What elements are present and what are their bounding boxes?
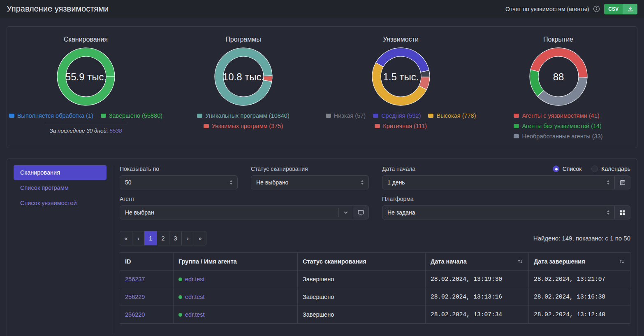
legend-swatch (197, 114, 202, 118)
info-icon[interactable] (593, 5, 600, 12)
start-date-select[interactable]: 1 день (382, 175, 615, 189)
sort-icon (619, 258, 625, 265)
legend-item[interactable]: Выполняется обработка (1) (9, 111, 93, 120)
cell-status: Завершено (298, 271, 426, 288)
legend-item[interactable]: Критичная (111) (375, 121, 427, 131)
legend-item[interactable]: Необработанные агенты (33) (514, 132, 602, 141)
cell-date-end: 28.02.2024, 13:16:38 (529, 288, 630, 306)
page-button[interactable]: 1 (144, 231, 157, 245)
chart-card: Сканирования55.9 тыс.Выполняется обработ… (7, 35, 164, 148)
filter-page-size: Показывать по 50 (120, 165, 238, 189)
legend-item[interactable]: Агенты без уязвимостей (14) (514, 121, 602, 131)
chart-center-value: 88 (553, 71, 564, 82)
sidebar-item[interactable]: Список уязвимостей (14, 196, 107, 210)
cell-date-end: 28.02.2024, 13:21:07 (529, 271, 630, 288)
cell-date-start: 28.02.2024, 13:13:16 (426, 288, 529, 306)
chart-legend: Уникальных программ (10840)Уязвимых прог… (197, 111, 289, 131)
csv-badge[interactable]: CSV (604, 4, 623, 14)
page-size-select[interactable]: 50 (120, 175, 238, 189)
donut-svg: 1.5 тыс. (371, 47, 431, 107)
legend-label: Уязвимых программ (375) (212, 121, 283, 131)
page-size-label: Показывать по (120, 166, 159, 172)
sidebar: СканированияСписок программСписок уязвим… (14, 165, 107, 334)
agent-link[interactable]: edr.test (185, 294, 205, 300)
results-summary: Найдено: 149, показано: с 1 по 50 (533, 235, 630, 242)
scan-status-select[interactable]: Не выбрано (251, 175, 369, 189)
chart-footnote-link[interactable]: 5538 (110, 128, 122, 134)
table-row: 256220edr.testЗавершено28.02.2024, 13:07… (120, 306, 630, 324)
start-date-label: Дата начала (382, 166, 415, 172)
legend-swatch (373, 114, 378, 118)
cell-date-end: 28.02.2024, 13:12:40 (529, 306, 630, 324)
legend-swatch (101, 114, 106, 118)
legend-item[interactable]: Завершено (55880) (101, 111, 162, 120)
page-button[interactable]: 3 (169, 231, 182, 245)
cell-status: Завершено (298, 288, 426, 306)
page-button[interactable]: « (120, 231, 132, 245)
monitor-icon (357, 209, 364, 216)
agent-combobox[interactable]: Не выбран (120, 205, 353, 219)
table-column-header: ID (120, 253, 174, 271)
legend-item[interactable]: Уязвимых программ (375) (204, 121, 283, 131)
chart-legend: Выполняется обработка (1)Завершено (5588… (9, 111, 162, 120)
agent-label: Агент (120, 196, 134, 202)
platform-select[interactable]: Не задана (382, 205, 615, 219)
cell-agent: edr.test (174, 306, 298, 324)
scan-id-link[interactable]: 256229 (125, 294, 145, 300)
chart-center-value: 1.5 тыс. (383, 71, 419, 82)
report-label: Отчет по уязвимостям (агенты) (505, 6, 589, 12)
filter-start-date: Дата начала Список Календарь (382, 165, 630, 189)
page-button[interactable]: › (181, 231, 194, 245)
cell-agent: edr.test (174, 288, 298, 306)
agent-browse-button[interactable] (353, 205, 369, 219)
sidebar-item[interactable]: Список программ (14, 180, 107, 195)
table-column-header[interactable]: Дата завершения (529, 253, 630, 271)
chart-title: Покрытие (543, 35, 573, 44)
page-button[interactable]: 2 (157, 231, 169, 245)
chart-footnote: За последние 30 дней: 5538 (49, 128, 122, 134)
chevron-down-icon[interactable] (339, 210, 353, 215)
table-column-header: Статус сканирования (298, 253, 426, 271)
legend-label: Необработанные агенты (33) (522, 132, 602, 141)
radio-calendar[interactable] (591, 166, 598, 172)
legend-label: Низкая (57) (334, 111, 366, 120)
agent-status-dot (178, 313, 182, 317)
radio-list[interactable] (553, 166, 559, 172)
legend-item[interactable]: Средняя (592) (373, 111, 421, 120)
sidebar-item[interactable]: Сканирования (14, 165, 107, 180)
legend-swatch (514, 124, 519, 128)
legend-label: Выполняется обработка (1) (17, 111, 93, 120)
grid-icon (619, 210, 625, 216)
agent-link[interactable]: edr.test (185, 276, 205, 282)
legend-label: Агенты с уязвимостями (41) (522, 111, 599, 120)
scan-id-link[interactable]: 256237 (125, 276, 145, 282)
pagination: «‹123›» (120, 231, 206, 245)
legend-item[interactable]: Агенты с уязвимостями (41) (514, 111, 599, 120)
agent-link[interactable]: edr.test (185, 311, 205, 318)
legend-item[interactable]: Низкая (57) (326, 111, 366, 120)
donut-svg: 88 (528, 47, 588, 107)
platform-grid-button[interactable] (615, 205, 630, 219)
chart-center-value: 55.9 тыс. (65, 71, 106, 82)
legend-item[interactable]: Высокая (778) (428, 111, 476, 120)
csv-download-button[interactable] (623, 4, 637, 14)
cell-id: 256237 (120, 271, 174, 288)
legend-swatch (204, 124, 209, 128)
chart-legend: Низкая (57)Средняя (592)Высокая (778)Кри… (326, 111, 476, 131)
calendar-button[interactable] (615, 175, 630, 189)
legend-item[interactable]: Уникальных программ (10840) (197, 111, 289, 120)
select-updown-icon (606, 180, 614, 185)
legend-label: Высокая (778) (436, 111, 476, 120)
chart-card: Покрытие88Агенты с уязвимостями (41)Аген… (480, 35, 637, 148)
filter-scan-status: Статус сканирования Не выбрано (251, 165, 369, 189)
page-button[interactable]: » (194, 231, 206, 245)
cell-agent: edr.test (174, 271, 298, 288)
view-option-list[interactable]: Список (553, 166, 582, 172)
scan-id-link[interactable]: 256220 (125, 311, 145, 318)
table-column-header[interactable]: Дата начала (426, 253, 529, 271)
cell-status: Завершено (298, 306, 426, 324)
page-button[interactable]: ‹ (132, 231, 145, 245)
view-option-calendar[interactable]: Календарь (591, 166, 630, 172)
legend-swatch (428, 114, 433, 118)
donut-svg: 10.8 тыс. (213, 47, 273, 107)
